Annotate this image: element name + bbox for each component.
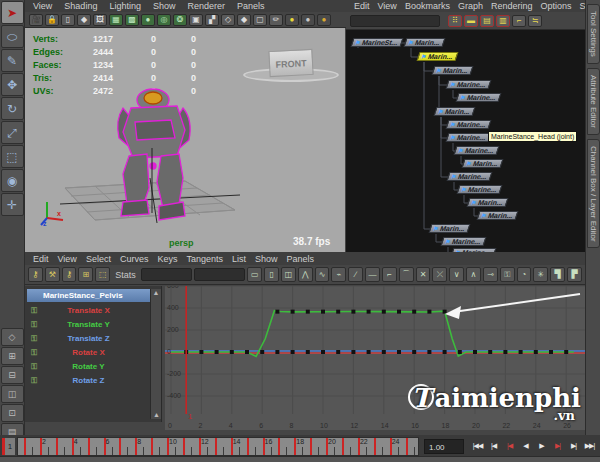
joint-node[interactable]: ⚑ Marin... xyxy=(429,224,471,233)
unify-tangents-icon[interactable]: ∧ xyxy=(466,267,481,282)
input-connections-icon[interactable]: ▬ xyxy=(464,15,478,27)
graph-editor-menu-select[interactable]: Select xyxy=(86,254,111,264)
graph-editor-outliner[interactable]: MarineStance_Pelvis Translate X⚿Translat… xyxy=(25,286,162,422)
orthogonal-layout-icon[interactable]: ≒ xyxy=(528,15,542,27)
soft-modification-tool[interactable]: ◉ xyxy=(1,169,24,192)
light-gray-icon[interactable]: ● xyxy=(301,14,315,26)
wireframe-icon[interactable]: ▦ xyxy=(109,14,123,26)
viewport-menu-shading[interactable]: Shading xyxy=(64,1,97,11)
joint-node[interactable]: ⚑ Marin... xyxy=(462,159,504,168)
scene-hierarchy-icon[interactable]: ⠿ xyxy=(448,15,462,27)
insert-keys-icon[interactable]: ⚒ xyxy=(45,267,60,282)
joint-node[interactable]: ⚑ Marin... xyxy=(432,66,474,75)
joint-node[interactable]: ⚑ Marine... xyxy=(454,146,500,155)
output-connections-icon[interactable]: ▤ xyxy=(480,15,494,27)
selected-object-row[interactable]: MarineStance_Pelvis xyxy=(27,289,150,302)
step-forward-key-button[interactable]: ▶| xyxy=(566,438,581,454)
break-tangents-icon[interactable]: ∨ xyxy=(449,267,464,282)
hypergraph-search-field[interactable] xyxy=(350,15,440,27)
graph-editor-menu-panels[interactable]: Panels xyxy=(286,254,314,264)
viewport-menu-show[interactable]: Show xyxy=(153,1,176,11)
tab-tool-settings[interactable]: Tool Settings xyxy=(587,4,600,64)
linear-tangent-icon[interactable]: ∕ xyxy=(348,267,363,282)
step-tangent-icon[interactable]: ⌐ xyxy=(382,267,397,282)
hypergraph-menu-options[interactable]: Options xyxy=(540,1,571,11)
joint-node[interactable]: ⚑ Marine... xyxy=(446,80,492,89)
swap-buffer-icon[interactable]: ⤫ xyxy=(432,267,447,282)
rotate-tool[interactable]: ↻ xyxy=(1,97,24,120)
hypergraph-menu-graph[interactable]: Graph xyxy=(458,1,483,11)
time-snap-icon[interactable]: ◔ xyxy=(517,267,532,282)
joint-node[interactable]: ⚑ Marin... xyxy=(434,107,476,116)
joint-node[interactable]: ⚑ MarineSt... xyxy=(351,38,404,47)
layout-persp-outliner[interactable]: ◫ xyxy=(1,385,24,403)
value-snap-icon[interactable]: ✳ xyxy=(533,267,548,282)
joint-node-selected[interactable]: ⚑ Marin... xyxy=(417,52,459,61)
lasso-select-tool[interactable]: ⬭ xyxy=(1,25,24,48)
channel-rotate-z[interactable]: Rotate Z⚿ xyxy=(27,374,150,387)
plateau-tangent-icon[interactable]: ⌒ xyxy=(399,267,414,282)
add-keys-icon[interactable]: ⚷ xyxy=(62,267,77,282)
camera-attributes-icon[interactable]: ▯ xyxy=(61,14,75,26)
hypergraph-menu-bookmarks[interactable]: Bookmarks xyxy=(405,1,450,11)
go-to-start-button[interactable]: |◀◀ xyxy=(470,438,485,454)
xray-joints-icon[interactable]: ◆ xyxy=(237,14,251,26)
textured-icon[interactable]: ● xyxy=(141,14,155,26)
shadows-icon[interactable]: ❂ xyxy=(173,14,187,26)
playback-rate-field[interactable]: 1.00 xyxy=(424,439,464,454)
graph-editor-menu-show[interactable]: Show xyxy=(255,254,278,264)
move-nearest-picked-key-icon[interactable]: ⚷ xyxy=(28,267,43,282)
channel-translate-y[interactable]: Translate Y⚿ xyxy=(27,318,150,331)
input-output-connections-icon[interactable]: ▥ xyxy=(496,15,510,27)
grease-pencil-icon[interactable]: ✏ xyxy=(269,14,283,26)
step-forward-frame-button[interactable]: ▶| xyxy=(550,438,565,454)
frame-playback-icon[interactable]: ▯ xyxy=(264,267,279,282)
graph-editor-menu-view[interactable]: View xyxy=(58,254,77,264)
move-tool[interactable]: ✥ xyxy=(1,73,24,96)
outliner-scrollbar[interactable]: ▲▲ xyxy=(150,289,161,419)
layout-four-pane[interactable]: ⊞ xyxy=(1,347,24,365)
channel-rotate-x[interactable]: Rotate X⚿ xyxy=(27,346,150,359)
use-lights-icon[interactable]: ◎ xyxy=(157,14,171,26)
layout-single-pane[interactable]: ◇ xyxy=(1,328,24,346)
joint-node[interactable]: ⚑ Marine... xyxy=(457,185,503,194)
frame-all-icon[interactable]: ▭ xyxy=(247,267,262,282)
bookmark-icon[interactable]: ◆ xyxy=(77,14,91,26)
xray-icon[interactable]: ◇ xyxy=(221,14,235,26)
select-camera-icon[interactable]: 🎥 xyxy=(29,14,43,26)
graph-layout-icon[interactable]: ⌐ xyxy=(512,15,526,27)
isolate-select-icon[interactable]: ▢ xyxy=(253,14,267,26)
select-tool[interactable]: ➤ xyxy=(1,1,24,24)
step-back-key-button[interactable]: |◀ xyxy=(486,438,501,454)
pre-infinity-icon[interactable]: ▜ xyxy=(550,267,565,282)
free-tangent-weight-icon[interactable]: ⊸ xyxy=(483,267,498,282)
hypergraph-menu-view[interactable]: View xyxy=(378,1,397,11)
viewport-menu-lighting[interactable]: Lighting xyxy=(109,1,141,11)
joint-node[interactable]: ⚑ Marine... xyxy=(441,237,487,246)
joint-node[interactable]: ⚑ Marine... xyxy=(456,93,502,102)
lattice-deform-keys-icon[interactable]: ⊞ xyxy=(78,267,93,282)
image-plane-icon[interactable]: 🖼 xyxy=(93,14,107,26)
viewport-menu-view[interactable]: View xyxy=(33,1,52,11)
channel-translate-x[interactable]: Translate X⚿ xyxy=(27,304,150,317)
scale-tool[interactable]: ⤢ xyxy=(1,121,24,144)
graph-editor-menu-list[interactable]: List xyxy=(232,254,246,264)
spline-tangent-icon[interactable]: ∿ xyxy=(315,267,330,282)
clamped-tangent-icon[interactable]: ⌁ xyxy=(331,267,346,282)
channel-rotate-y[interactable]: Rotate Y⚿ xyxy=(27,360,150,373)
play-backwards-button[interactable]: ◀ xyxy=(518,438,533,454)
time-slider[interactable]: 24681012141618202224 xyxy=(17,437,419,456)
layout-two-pane-stacked[interactable]: ⊟ xyxy=(1,366,24,384)
layout-persp-graph[interactable]: ⊡ xyxy=(1,404,24,422)
hypergraph-canvas[interactable]: ⚑ MarineSt...⚑ Marin...⚑ Marin...⚑ Marin… xyxy=(346,30,585,252)
joint-node[interactable]: ⚑ Marin... xyxy=(404,38,446,47)
graph-editor-menu-edit[interactable]: Edit xyxy=(33,254,49,264)
joint-node[interactable]: ⚑ Marine... xyxy=(447,172,493,181)
universal-manipulator-tool[interactable]: ⬚ xyxy=(1,145,24,168)
joint-node[interactable]: ⚑ Marin... xyxy=(477,211,519,220)
hypergraph-menu-rendering[interactable]: Rendering xyxy=(491,1,533,11)
go-to-end-button[interactable]: ▶▶| xyxy=(582,438,597,454)
lock-camera-icon[interactable]: 🔒 xyxy=(45,14,59,26)
step-back-frame-button[interactable]: |◀ xyxy=(502,438,517,454)
curve-view[interactable]: 6004002000-200-400 024681012141618202224… xyxy=(165,286,585,430)
